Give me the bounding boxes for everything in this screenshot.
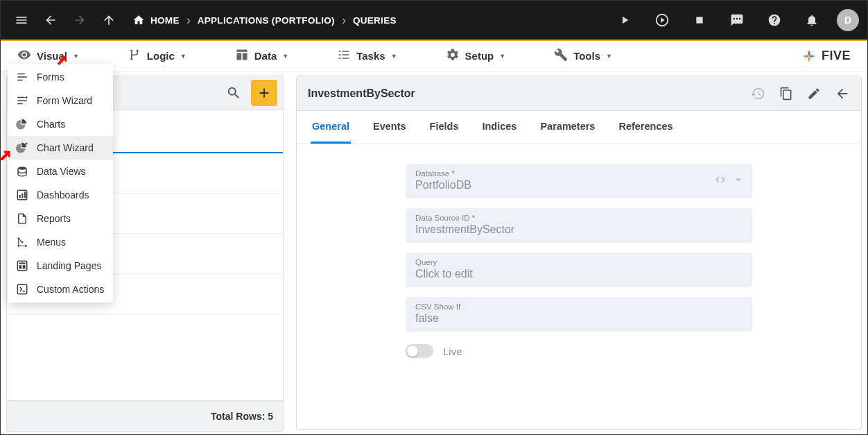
svg-point-4 [18, 167, 26, 170]
tab-label: General [312, 121, 349, 132]
svg-rect-14 [19, 263, 26, 264]
user-avatar[interactable]: D [837, 9, 859, 31]
code-icon[interactable] [715, 174, 726, 188]
dd-reports[interactable]: Reports [8, 207, 113, 230]
svg-rect-7 [21, 194, 23, 198]
chevron-down-icon: ▼ [282, 53, 288, 60]
add-button[interactable] [251, 80, 277, 106]
chat-icon[interactable] [724, 8, 749, 33]
search-button[interactable] [220, 80, 247, 106]
wrench-icon [554, 48, 568, 64]
dd-custom-actions[interactable]: Custom Actions [8, 278, 113, 301]
menu-bar: Visual ▼ Logic ▼ Data ▼ Tasks ▼ Setup ▼ … [1, 41, 867, 71]
tab-references[interactable]: References [617, 111, 674, 144]
tab-label: Parameters [540, 121, 595, 132]
dd-label: Chart Wizard [37, 142, 94, 153]
dd-landing-pages[interactable]: Landing Pages [8, 254, 113, 278]
breadcrumb-label: HOME [150, 15, 180, 26]
logo-icon [801, 48, 817, 65]
breadcrumb: HOME › APPLICATIONS (PORTFOLIO) › QUERIE… [132, 13, 397, 28]
field-label: Query [415, 258, 743, 266]
back-icon[interactable] [38, 8, 63, 33]
stop-icon[interactable] [687, 8, 712, 33]
dd-label: Forms [37, 71, 64, 83]
edit-icon[interactable] [807, 87, 821, 101]
svg-rect-8 [24, 192, 26, 198]
up-icon[interactable] [96, 8, 121, 33]
branch-icon [128, 48, 141, 64]
chevron-down-icon: ▼ [606, 53, 612, 60]
dd-data-views[interactable]: Data Views [8, 160, 113, 183]
svg-rect-16 [23, 265, 26, 268]
help-icon[interactable] [762, 8, 787, 33]
svg-rect-1 [696, 17, 702, 23]
csv-field[interactable]: CSV Show If false [406, 297, 752, 332]
tab-label: Events [373, 121, 406, 132]
tab-label: Indices [482, 121, 517, 132]
live-label: Live [443, 346, 462, 357]
chevron-down-icon: ▼ [391, 53, 397, 60]
hamburger-icon[interactable] [9, 8, 34, 33]
detail-header: InvestmentBySector [297, 76, 861, 111]
list-footer: Total Rows: 5 [6, 401, 284, 432]
dd-chart-wizard[interactable]: Chart Wizard [8, 136, 113, 160]
forward-icon [67, 8, 92, 33]
total-rows-label: Total Rows: 5 [211, 411, 273, 422]
database-field[interactable]: Database * PortfolioDB [406, 164, 752, 198]
menu-tools[interactable]: Tools ▼ [544, 44, 622, 68]
tab-events[interactable]: Events [372, 111, 408, 144]
dd-charts[interactable]: Charts [8, 112, 113, 136]
breadcrumb-applications[interactable]: APPLICATIONS (PORTFOLIO) [198, 15, 335, 26]
live-toggle[interactable] [406, 344, 433, 358]
dd-label: Data Views [37, 166, 86, 177]
breadcrumb-queries[interactable]: QUERIES [353, 15, 397, 26]
history-icon[interactable] [750, 86, 765, 101]
tab-label: References [618, 121, 672, 132]
dd-label: Reports [37, 213, 71, 224]
play-icon[interactable] [612, 8, 637, 33]
dd-label: Charts [37, 119, 65, 130]
table-icon [235, 48, 249, 64]
field-value: PortfolioDB [415, 179, 743, 191]
field-value: false [415, 312, 743, 325]
tab-parameters[interactable]: Parameters [539, 111, 596, 144]
tab-general[interactable]: General [311, 111, 351, 144]
avatar-initial: D [844, 15, 851, 26]
datasource-field[interactable]: Data Source ID * InvestmentBySector [406, 208, 752, 243]
svg-rect-15 [19, 265, 22, 268]
menu-tasks[interactable]: Tasks ▼ [327, 44, 406, 68]
tab-indices[interactable]: Indices [480, 111, 518, 144]
chevron-right-icon: › [186, 13, 191, 28]
dd-dashboards[interactable]: Dashboards [8, 183, 113, 207]
dd-forms[interactable]: Forms [8, 65, 113, 89]
menu-setup[interactable]: Setup ▼ [436, 44, 516, 68]
dd-menus[interactable]: Menus [8, 230, 113, 254]
form-area: Database * PortfolioDB Data Source ID * … [297, 144, 861, 377]
menu-label: Tools [573, 50, 600, 62]
svg-point-12 [21, 241, 24, 244]
back-arrow-icon[interactable] [835, 86, 850, 101]
field-label: CSV Show If [415, 302, 743, 311]
field-label: Database * [415, 169, 743, 178]
inspector-icon[interactable] [650, 8, 675, 33]
breadcrumb-label: QUERIES [353, 15, 397, 26]
copy-icon[interactable] [779, 87, 793, 101]
chevron-right-icon: › [342, 13, 346, 28]
chevron-down-icon[interactable] [733, 174, 744, 188]
tab-fields[interactable]: Fields [428, 111, 460, 144]
app-logo: FIVE [801, 48, 860, 65]
bell-icon[interactable] [799, 8, 824, 33]
svg-point-11 [25, 245, 27, 247]
dd-label: Custom Actions [37, 284, 104, 295]
field-label: Data Source ID * [415, 214, 743, 222]
svg-point-3 [26, 143, 28, 145]
menu-logic[interactable]: Logic ▼ [118, 44, 196, 68]
menu-data[interactable]: Data ▼ [225, 44, 298, 68]
menu-label: Logic [147, 50, 175, 62]
chevron-down-icon: ▼ [180, 53, 186, 60]
menu-label: Setup [465, 50, 494, 62]
dd-form-wizard[interactable]: Form Wizard [8, 89, 113, 112]
breadcrumb-home[interactable]: HOME [132, 14, 180, 26]
query-field[interactable]: Query Click to edit [406, 253, 752, 287]
chevron-down-icon: ▼ [73, 53, 79, 60]
